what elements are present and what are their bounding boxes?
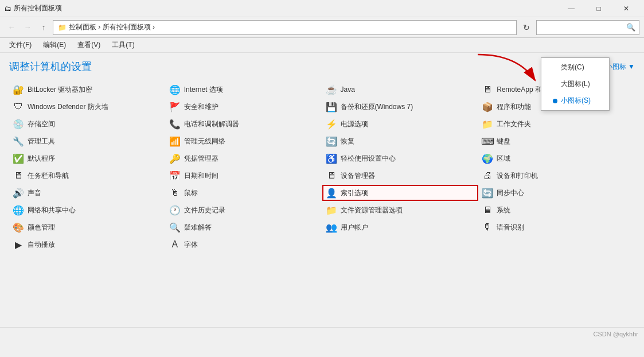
item-label-defender: Windows Defender 防火墙 (28, 102, 108, 112)
view-dropdown[interactable]: 小图标 ▼ (606, 62, 635, 72)
grid-item-phone-modem[interactable]: 📞电话和调制解调器 (166, 116, 322, 132)
dropdown-item-category[interactable]: 类别(C) (541, 59, 609, 76)
item-icon-storage: 💿 (13, 118, 24, 130)
grid-item-bitlocker[interactable]: 🔐BitLocker 驱动器加密 (9, 82, 166, 98)
grid-item-default-programs[interactable]: ✅默认程序 (9, 150, 166, 166)
grid-item-device-printer[interactable]: 🖨设备和打印机 (478, 168, 635, 184)
grid-item-wireless[interactable]: 📶管理无线网络 (166, 133, 322, 149)
dropdown-item-small[interactable]: 小图标(S) (541, 92, 609, 109)
item-icon-default-programs: ✅ (13, 153, 24, 164)
item-label-security: 安全和维护 (184, 102, 218, 112)
grid-item-keyboard[interactable]: ⌨键盘 (478, 133, 635, 149)
item-icon-system: 🖥 (482, 204, 493, 216)
grid-item-recovery[interactable]: 🔄恢复 (322, 133, 479, 149)
grid-item-speech[interactable]: 🎙语音识别 (478, 219, 635, 235)
item-icon-recovery: 🔄 (326, 135, 337, 147)
grid-item-troubleshoot[interactable]: 🔍疑难解答 (166, 219, 322, 235)
grid-item-taskbar[interactable]: 🖥任务栏和导航 (9, 168, 166, 184)
item-icon-speech: 🎙 (482, 222, 493, 233)
item-label-color-manage: 颜色管理 (28, 223, 55, 232)
item-label-region: 区域 (497, 154, 510, 164)
grid-item-region[interactable]: 🌍区域 (478, 150, 635, 166)
grid-item-file-manager[interactable]: 📁文件资源管理器选项 (322, 202, 479, 218)
item-icon-defender: 🛡 (13, 101, 24, 112)
item-icon-workfolder: 📁 (482, 118, 493, 130)
grid-item-sound[interactable]: 🔊声音 (9, 185, 166, 201)
minimize-button[interactable]: — (558, 0, 584, 17)
refresh-button[interactable]: ↻ (519, 20, 534, 35)
grid-item-font[interactable]: A字体 (166, 236, 322, 253)
up-button[interactable]: ↑ (37, 21, 50, 34)
grid-item-storage[interactable]: 💿存储空间 (9, 116, 166, 132)
item-icon-file-manager: 📁 (326, 204, 337, 216)
grid-item-color-manage[interactable]: 🎨颜色管理 (9, 219, 166, 235)
forward-button[interactable]: → (21, 21, 34, 34)
item-icon-ease-access: ♿ (326, 153, 337, 164)
item-label-file-manager: 文件资源管理器选项 (341, 205, 403, 215)
dropdown-label-large: 大图标(L) (561, 79, 590, 89)
title-bar: 🗂 所有控制面板项 — □ ✕ (0, 0, 644, 17)
grid-item-user-accounts[interactable]: 👥用户帐户 (322, 219, 479, 235)
title-bar-title: 所有控制面板项 (14, 3, 62, 13)
dropdown-label-category: 类别(C) (561, 63, 584, 72)
close-button[interactable]: ✕ (613, 0, 639, 17)
grid-item-system[interactable]: 🖥系统 (478, 202, 635, 218)
menu-file[interactable]: 文件(F) (5, 39, 36, 51)
grid-item-power[interactable]: ⚡电源选项 (322, 116, 479, 132)
item-label-device-printer: 设备和打印机 (497, 171, 538, 181)
grid-item-manage-tools[interactable]: 🔧管理工具 (9, 133, 166, 149)
dropdown-item-large[interactable]: 大图标(L) (541, 76, 609, 92)
grid-item-autoplay[interactable]: ▶自动播放 (9, 236, 166, 253)
grid-item-credential[interactable]: 🔑凭据管理器 (166, 150, 322, 166)
folder-icon: 📁 (58, 24, 67, 32)
item-icon-keyboard: ⌨ (482, 135, 493, 147)
item-icon-region: 🌍 (482, 153, 493, 164)
item-icon-credential: 🔑 (169, 153, 181, 164)
grid-item-network-sharing[interactable]: 🌐网络和共享中心 (9, 202, 166, 218)
grid-item-device-manager[interactable]: 🖥设备管理器 (322, 168, 479, 184)
address-path[interactable]: 📁 控制面板 › 所有控制面板项 › (53, 20, 517, 35)
menu-bar: 文件(F) 编辑(E) 查看(V) 工具(T) (0, 38, 644, 53)
item-icon-sound: 🔊 (13, 187, 24, 199)
item-icon-security: 🚩 (169, 101, 181, 112)
item-icon-bitlocker: 🔐 (13, 84, 24, 95)
grid-item-security[interactable]: 🚩安全和维护 (166, 99, 322, 115)
grid-item-mouse[interactable]: 🖱鼠标 (166, 185, 322, 201)
item-icon-file-history: 🕐 (169, 204, 181, 216)
grid-item-defender[interactable]: 🛡Windows Defender 防火墙 (9, 99, 166, 115)
dot-empty-category (553, 65, 557, 70)
title-bar-controls: — □ ✕ (558, 0, 639, 17)
maximize-button[interactable]: □ (586, 0, 612, 17)
grid-item-sync-center[interactable]: 🔄同步中心 (478, 185, 635, 201)
grid-item-datetime[interactable]: 📅日期和时间 (166, 168, 322, 184)
item-icon-autoplay: ▶ (13, 239, 24, 250)
grid-item-java[interactable]: ☕Java (322, 82, 479, 98)
item-icon-device-manager: 🖥 (326, 170, 337, 181)
grid-item-index-options[interactable]: 👤索引选项 (322, 185, 479, 201)
item-icon-java: ☕ (326, 84, 337, 95)
menu-tools[interactable]: 工具(T) (107, 39, 139, 51)
search-input[interactable] (540, 24, 626, 32)
search-icon: 🔍 (626, 23, 635, 32)
title-bar-left: 🗂 所有控制面板项 (5, 3, 62, 13)
item-icon-index-options: 👤 (326, 187, 337, 199)
grid-item-internet-options[interactable]: 🌐Internet 选项 (166, 82, 322, 98)
back-button[interactable]: ← (5, 21, 18, 34)
item-label-mouse: 鼠标 (184, 188, 198, 198)
grid-item-backup[interactable]: 💾备份和还原(Windows 7) (322, 99, 479, 115)
item-label-troubleshoot: 疑难解答 (184, 223, 212, 232)
grid-item-ease-access[interactable]: ♿轻松使用设置中心 (322, 150, 479, 166)
item-icon-network-sharing: 🌐 (13, 204, 24, 216)
item-label-keyboard: 键盘 (497, 137, 510, 146)
item-label-taskbar: 任务栏和导航 (28, 171, 69, 181)
item-label-wireless: 管理无线网络 (184, 137, 225, 146)
search-box[interactable]: 🔍 (536, 20, 639, 35)
grid-item-workfolder[interactable]: 📁工作文件夹 (478, 116, 635, 132)
item-label-network-sharing: 网络和共享中心 (28, 205, 76, 215)
item-icon-device-printer: 🖨 (482, 170, 493, 181)
menu-view[interactable]: 查看(V) (73, 39, 105, 51)
item-label-recovery: 恢复 (341, 137, 354, 146)
item-icon-font: A (169, 239, 181, 250)
menu-edit[interactable]: 编辑(E) (38, 39, 71, 51)
grid-item-file-history[interactable]: 🕐文件历史记录 (166, 202, 322, 218)
